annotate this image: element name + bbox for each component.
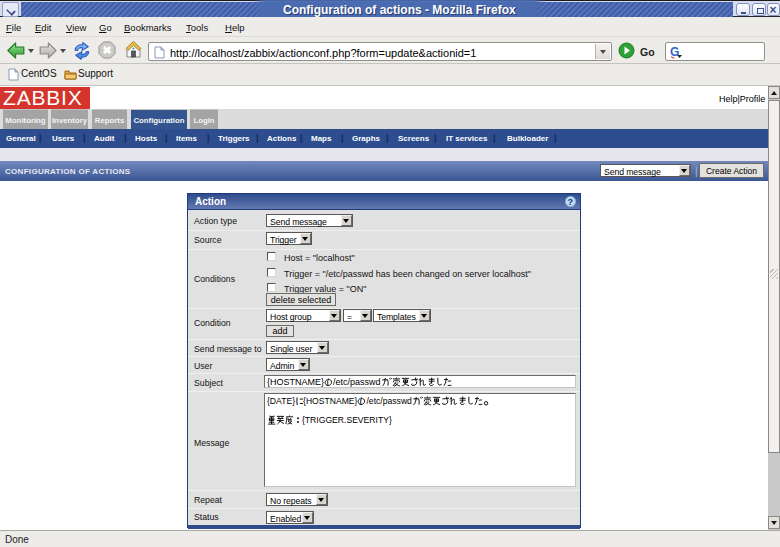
svg-text:?: ? [568, 197, 574, 207]
